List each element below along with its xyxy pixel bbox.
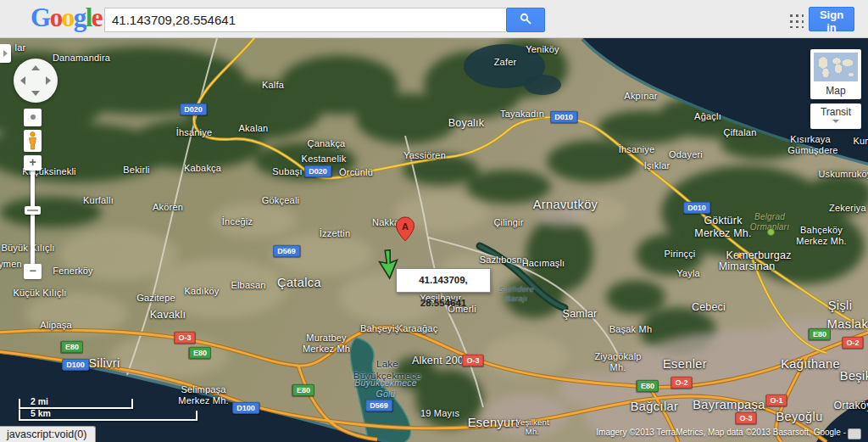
map-label: Kabakça xyxy=(184,163,221,174)
road-shield: D569 xyxy=(273,245,300,257)
map-thumbnail-icon xyxy=(814,53,858,81)
road-shield: O-3 xyxy=(735,412,756,424)
google-logo[interactable]: Google xyxy=(31,3,102,33)
road-shield: D020 xyxy=(180,104,207,115)
pan-up-icon[interactable] xyxy=(31,65,40,70)
map-label: Kağıthane xyxy=(781,357,840,372)
map-attribution: Imagery ©2013 TerraMetrics, Map data ©20… xyxy=(596,428,846,437)
road-shield: E80 xyxy=(292,384,314,396)
map-label: Subaşı xyxy=(272,166,302,177)
map-label: Muratbey Merkez Mh xyxy=(303,333,350,355)
zoom-slider-track[interactable] xyxy=(31,171,35,264)
map-canvas[interactable]: larDanamandiraKalfaZaferYeniköyBoyalıkTa… xyxy=(0,38,868,442)
logo-letter: g xyxy=(74,3,86,32)
map-label: Esenyurt xyxy=(468,416,519,430)
map-label: Mimarsinan xyxy=(719,260,776,273)
map-label: Bahçeköy Merkez Mh. xyxy=(796,225,846,247)
map-label: Gazitepe xyxy=(136,293,175,304)
pan-control[interactable] xyxy=(14,59,58,103)
pan-right-icon[interactable] xyxy=(46,76,51,85)
search-button[interactable] xyxy=(506,8,545,32)
map-label: Küçük Kılıçlı xyxy=(13,288,66,299)
road-shield: E80 xyxy=(809,328,831,340)
map-label: Maslak xyxy=(827,317,868,332)
apps-grid-icon[interactable] xyxy=(787,12,804,28)
search-input[interactable] xyxy=(104,8,506,32)
map-label: Bekirli xyxy=(123,165,149,176)
map-label: Çanakça xyxy=(308,138,346,149)
map-label: Çilingir xyxy=(493,217,523,228)
logo-letter: o xyxy=(62,3,74,32)
logo-letter: G xyxy=(31,3,50,32)
transit-label: Transit xyxy=(810,106,861,118)
map-label: Akalan xyxy=(239,123,269,134)
pan-down-icon[interactable] xyxy=(31,91,40,96)
map-label: Karaağaç xyxy=(397,323,438,334)
road-shield: D010 xyxy=(550,111,577,123)
map-label: Yayla xyxy=(676,268,700,279)
map-label: Yeniköy xyxy=(526,44,559,55)
road-shield: O-3 xyxy=(462,355,483,366)
map-label: Esenler xyxy=(663,357,707,372)
map-label: İhsaniye xyxy=(176,127,213,138)
map-type-button[interactable]: Map xyxy=(810,49,861,99)
map-label: İhsaniye xyxy=(619,144,655,155)
map-label: Silivri xyxy=(88,356,120,371)
reset-view-button[interactable] xyxy=(24,109,42,126)
map-label: Işıklar xyxy=(644,160,670,171)
pan-left-icon[interactable] xyxy=(20,76,25,85)
chevron-down-icon xyxy=(832,120,839,123)
magnifier-icon xyxy=(520,13,531,25)
map-label: Fenerköy xyxy=(53,266,92,277)
marker-info-box[interactable]: 41.143709, 28.554641 xyxy=(396,268,491,293)
map-label: Bağcılar xyxy=(631,400,678,414)
handle-grip-icon xyxy=(27,210,38,211)
pegman-street-view[interactable] xyxy=(24,130,42,152)
map-label: Yeşilkent Mh. xyxy=(515,417,548,437)
road-shield: O-2 xyxy=(842,337,863,349)
road-shield: E80 xyxy=(637,380,659,392)
map-label: Başak Mh xyxy=(609,324,653,335)
satellite-terrain xyxy=(0,38,868,442)
logo-letter: o xyxy=(50,3,62,32)
browser-status-bar: javascript:void(0) xyxy=(0,426,96,442)
road-shield: E80 xyxy=(61,341,83,353)
map-label: Danamandira xyxy=(53,53,110,64)
zoom-slider-handle[interactable] xyxy=(25,206,41,215)
road-shield: O-2 xyxy=(670,377,692,389)
transit-button[interactable]: Transit xyxy=(810,104,861,129)
map-label: Hacımaşlı xyxy=(522,258,565,269)
map-label: Kalfa xyxy=(262,80,284,91)
zoom-out-button[interactable]: − xyxy=(24,264,42,279)
sign-in-button[interactable]: Sign in xyxy=(809,7,854,31)
map-label: Ortaköy xyxy=(833,400,868,412)
map-label: Pirinççi xyxy=(664,249,695,260)
map-label: Gökçeali xyxy=(262,195,299,206)
pegman-icon xyxy=(27,131,38,150)
road-shield: O-3 xyxy=(174,332,195,344)
map-label: Ağaçlı xyxy=(694,111,721,122)
map-label: Arnavutköy xyxy=(533,198,598,212)
feedback-icon[interactable] xyxy=(848,428,861,439)
map-label: Alipaşa xyxy=(40,320,71,331)
map-label: Kavaklı xyxy=(150,309,186,322)
logo-letter: e xyxy=(92,3,102,32)
map-label: Akören xyxy=(153,202,183,213)
map-label: Sazlıbosna xyxy=(480,255,527,266)
map-label: Kestanelik xyxy=(302,154,347,165)
road-shield: D010 xyxy=(683,202,710,214)
scale-bar: 2 mi 5 km xyxy=(19,398,201,423)
map-label: Sazlıdere Barajı xyxy=(498,284,534,304)
red-marker-pin-a[interactable]: A xyxy=(395,216,415,242)
map-label: Büyükçekmece Gölü xyxy=(354,378,417,399)
map-label: Elbasan xyxy=(231,280,265,291)
map-label: Kurfallı xyxy=(83,195,114,206)
panel-expander-button[interactable] xyxy=(0,44,11,63)
road-shield: D020 xyxy=(304,165,331,177)
map-label: Kum xyxy=(853,136,868,147)
map-label: İzzettin xyxy=(320,228,350,239)
scale-km-label: 5 km xyxy=(31,408,51,418)
zoom-in-button[interactable]: + xyxy=(24,155,42,171)
map-label: Bayrampaşa xyxy=(693,398,765,412)
map-label: Cebeci xyxy=(692,301,726,314)
